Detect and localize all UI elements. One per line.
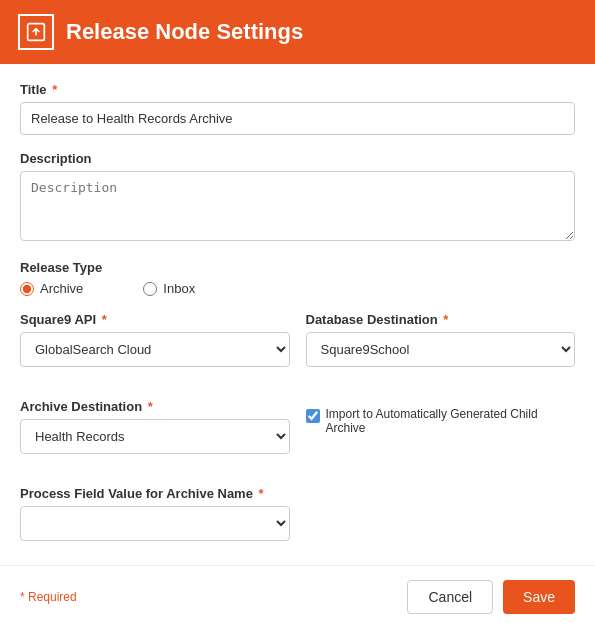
radio-group: Archive Inbox xyxy=(20,281,575,296)
database-destination-label: Database Destination * xyxy=(306,312,576,327)
process-field-label: Process Field Value for Archive Name * xyxy=(20,486,575,501)
title-required-star: * xyxy=(52,82,57,97)
api-db-row: Square9 API * GlobalSearch Cloud Databas… xyxy=(20,312,575,383)
square9-api-label: Square9 API * xyxy=(20,312,290,327)
release-node-icon xyxy=(18,14,54,50)
process-field-group: Process Field Value for Archive Name * xyxy=(20,486,575,541)
release-type-label: Release Type xyxy=(20,260,575,275)
import-checkbox-label[interactable]: Import to Automatically Generated Child … xyxy=(306,407,576,435)
save-button[interactable]: Save xyxy=(503,580,575,614)
square9-api-select[interactable]: GlobalSearch Cloud xyxy=(20,332,290,367)
database-destination-group: Database Destination * Square9School xyxy=(306,312,576,367)
database-required-star: * xyxy=(443,312,448,327)
dialog-header: Release Node Settings xyxy=(0,0,595,64)
inbox-radio-label[interactable]: Inbox xyxy=(143,281,195,296)
archive-destination-select[interactable]: Health Records xyxy=(20,419,290,454)
dialog-footer: * Required Cancel Save xyxy=(0,565,595,628)
dialog-title: Release Node Settings xyxy=(66,19,303,45)
archive-destination-group: Archive Destination * Health Records xyxy=(20,399,290,454)
square9-api-group: Square9 API * GlobalSearch Cloud xyxy=(20,312,290,367)
required-note: * Required xyxy=(20,590,77,604)
archive-destination-label: Archive Destination * xyxy=(20,399,290,414)
title-group: Title * xyxy=(20,82,575,135)
process-field-required-star: * xyxy=(259,486,264,501)
import-checkbox-group: Import to Automatically Generated Child … xyxy=(306,399,576,435)
title-label: Title * xyxy=(20,82,575,97)
database-destination-select[interactable]: Square9School xyxy=(306,332,576,367)
footer-buttons: Cancel Save xyxy=(407,580,575,614)
archive-dest-required-star: * xyxy=(148,399,153,414)
title-input[interactable] xyxy=(20,102,575,135)
archive-radio-label[interactable]: Archive xyxy=(20,281,83,296)
description-label: Description xyxy=(20,151,575,166)
required-star-note: * xyxy=(20,590,28,604)
description-input[interactable] xyxy=(20,171,575,241)
process-field-select[interactable] xyxy=(20,506,290,541)
cancel-button[interactable]: Cancel xyxy=(407,580,493,614)
square9-api-required-star: * xyxy=(102,312,107,327)
release-type-section: Release Type Archive Inbox xyxy=(20,260,575,296)
inbox-radio[interactable] xyxy=(143,282,157,296)
description-group: Description xyxy=(20,151,575,244)
import-checkbox[interactable] xyxy=(306,409,320,423)
archive-dest-row: Archive Destination * Health Records Imp… xyxy=(20,399,575,470)
archive-radio[interactable] xyxy=(20,282,34,296)
form-content: Title * Description Release Type Archive… xyxy=(0,64,595,624)
